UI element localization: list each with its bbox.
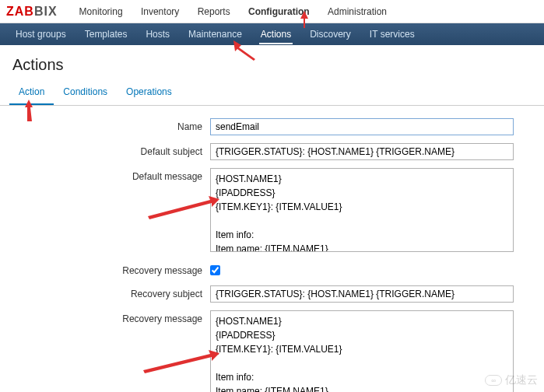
tab-operations[interactable]: Operations [117,80,181,105]
page-title: Actions [0,45,544,80]
row-default-message: Default message [0,168,525,254]
topnav-reports[interactable]: Reports [198,6,230,17]
row-recovery-subject: Recovery subject [0,285,525,303]
row-recovery-checkbox: Recovery message [0,262,525,278]
subnav-host-groups[interactable]: Host groups [14,24,68,44]
logo-part1: ZAB [6,5,34,18]
recovery-message-textarea[interactable] [210,310,514,392]
default-subject-input[interactable] [210,143,514,160]
row-recovery-message: Recovery message [0,310,525,392]
tab-conditions[interactable]: Conditions [54,80,117,105]
action-form: Name Default subject Default message Rec… [0,106,544,392]
subnav-templates[interactable]: Templates [83,24,129,44]
topnav-monitoring[interactable]: Monitoring [79,6,123,17]
label-default-message: Default message [0,168,210,182]
topnav-administration[interactable]: Administration [328,6,387,17]
form-tabs: Action Conditions Operations [0,80,544,106]
label-recovery-message: Recovery message [0,310,210,324]
topnav-configuration[interactable]: Configuration [248,6,310,17]
logo: ZABBIX [6,5,58,19]
label-name: Name [0,118,210,132]
subnav-discovery[interactable]: Discovery [308,24,353,44]
name-input[interactable] [210,118,514,135]
tab-action[interactable]: Action [9,80,54,105]
subnav-hosts[interactable]: Hosts [144,24,171,44]
watermark-text: 亿速云 [505,373,538,387]
topnav: Monitoring Inventory Reports Configurati… [72,6,395,17]
recovery-subject-input[interactable] [210,285,514,303]
default-message-textarea[interactable] [210,168,514,252]
subnav-actions[interactable]: Actions [259,24,293,44]
subnav-maintenance[interactable]: Maintenance [187,24,244,44]
cloud-icon: ∞ [485,375,502,386]
topnav-inventory[interactable]: Inventory [141,6,179,17]
row-default-subject: Default subject [0,143,525,160]
topbar: ZABBIX Monitoring Inventory Reports Conf… [0,0,544,23]
recovery-checkbox[interactable] [210,265,220,275]
subnav-it-services[interactable]: IT services [368,24,416,44]
watermark: ∞ 亿速云 [485,373,538,387]
logo-part2: BIX [34,5,58,18]
subnav: Host groups Templates Hosts Maintenance … [0,23,544,45]
row-name: Name [0,118,525,135]
label-recovery-checkbox: Recovery message [0,262,210,276]
label-default-subject: Default subject [0,143,210,157]
label-recovery-subject: Recovery subject [0,285,210,299]
